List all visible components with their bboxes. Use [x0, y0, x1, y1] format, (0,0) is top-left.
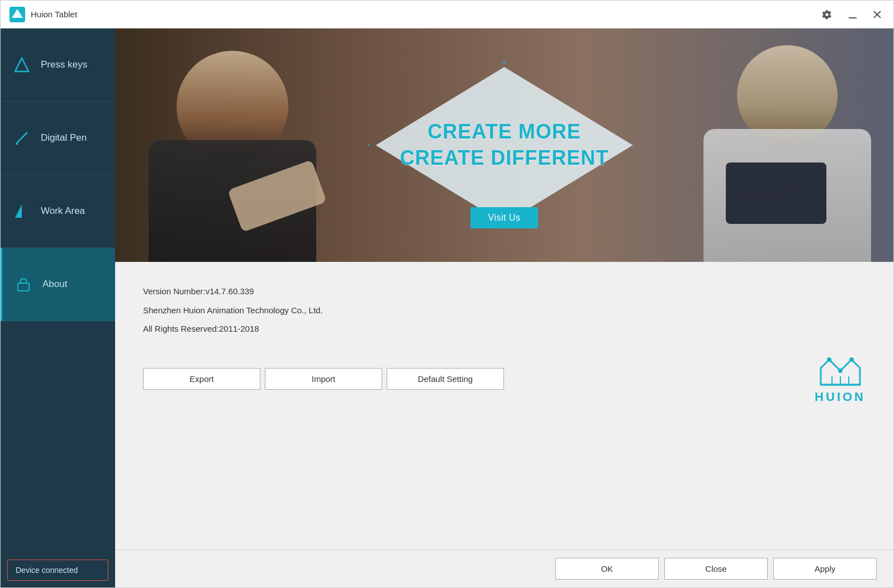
banner-headline-line1: CREATE MORE	[400, 119, 608, 145]
footer-bar: OK Close Apply	[115, 549, 893, 587]
press-keys-icon	[12, 55, 32, 75]
main-panel: CREATE MORE CREATE DIFFERENT Visit Us Ve…	[115, 28, 893, 587]
digital-pen-icon	[12, 128, 32, 148]
svg-line-6	[16, 132, 27, 144]
visit-us-button[interactable]: Visit Us	[470, 207, 539, 228]
window-controls	[819, 7, 885, 22]
work-area-icon	[12, 201, 32, 221]
import-button[interactable]: Import	[265, 368, 382, 390]
svg-point-12	[827, 357, 831, 362]
close-button[interactable]	[870, 8, 885, 21]
minimize-button[interactable]	[845, 8, 860, 21]
app-title: Huion Tablet	[31, 9, 819, 19]
rights-reserved: All Rights Reserved:2011-2018	[143, 322, 866, 336]
titlebar: Huion Tablet	[1, 1, 893, 28]
sidebar-label-about: About	[42, 279, 67, 290]
main-content: Press keys Digital Pen	[1, 28, 893, 587]
sidebar-item-press-keys[interactable]: Press keys	[1, 28, 115, 102]
version-number: Version Number:v14.7.60.339	[143, 284, 866, 299]
apply-button[interactable]: Apply	[773, 558, 877, 580]
banner-headline: CREATE MORE CREATE DIFFERENT	[400, 119, 608, 171]
about-buttons-row: Export Import Default Setting	[143, 354, 866, 404]
device-status-text: Device connected	[16, 566, 78, 575]
sidebar-label-digital-pen: Digital Pen	[41, 132, 87, 144]
huion-logo-svg	[815, 354, 866, 388]
app-window: Huion Tablet Press keys	[0, 0, 894, 588]
sidebar-spacer	[1, 321, 115, 553]
sidebar-item-work-area[interactable]: Work Area	[1, 175, 115, 248]
svg-point-14	[849, 357, 854, 362]
company-name: Shenzhen Huion Animation Technology Co.,…	[143, 303, 866, 318]
banner-person-right-area	[670, 28, 882, 262]
svg-marker-8	[15, 204, 22, 218]
banner-person-left-area	[132, 28, 344, 262]
svg-point-13	[838, 369, 843, 373]
person-tablet-right	[726, 162, 826, 224]
banner-section: CREATE MORE CREATE DIFFERENT Visit Us	[115, 28, 893, 262]
sidebar-item-digital-pen[interactable]: Digital Pen	[1, 102, 115, 175]
about-content-area: Version Number:v14.7.60.339 Shenzhen Hui…	[115, 262, 893, 549]
svg-marker-5	[15, 58, 28, 71]
version-info: Version Number:v14.7.60.339 Shenzhen Hui…	[143, 284, 866, 336]
svg-rect-2	[849, 17, 857, 18]
default-setting-button[interactable]: Default Setting	[387, 368, 504, 390]
sidebar: Press keys Digital Pen	[1, 28, 115, 587]
app-logo-icon	[9, 7, 25, 22]
sidebar-label-work-area: Work Area	[41, 205, 85, 217]
close-footer-button[interactable]: Close	[664, 558, 768, 580]
sidebar-item-about[interactable]: About	[1, 248, 115, 321]
sidebar-label-press-keys: Press keys	[41, 59, 87, 70]
settings-button[interactable]	[819, 7, 835, 22]
device-status[interactable]: Device connected	[7, 560, 108, 581]
svg-rect-9	[18, 283, 29, 291]
huion-logo: HUION	[815, 354, 866, 404]
banner-headline-line2: CREATE DIFFERENT	[400, 145, 608, 171]
ok-button[interactable]: OK	[555, 558, 659, 580]
about-icon	[13, 274, 34, 294]
export-button[interactable]: Export	[143, 368, 260, 390]
huion-logo-text: HUION	[815, 390, 866, 404]
